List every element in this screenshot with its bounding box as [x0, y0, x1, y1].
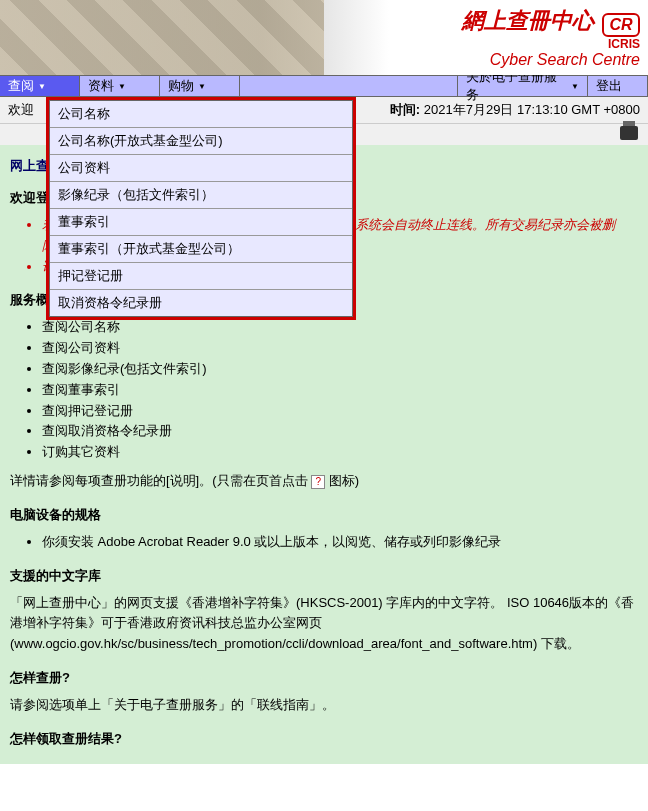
banner-image [0, 0, 324, 75]
menu-logout[interactable]: 登出 [588, 76, 648, 96]
dropdown-item-company-info[interactable]: 公司资料 [50, 155, 352, 182]
last-heading: 怎样领取查册结果? [10, 730, 638, 748]
help-icon: ? [311, 475, 325, 489]
service-item: 查阅董事索引 [42, 380, 638, 401]
header-banner: 網上查冊中心 CR ICRIS Cyber Search Centre [0, 0, 648, 75]
time-value: 2021年7月29日 17:13:10 GMT +0800 [424, 102, 640, 117]
note-post: 图标) [329, 473, 359, 488]
how-heading: 怎样查册? [10, 669, 638, 687]
dropdown-item-charges-register[interactable]: 押记登记册 [50, 263, 352, 290]
service-item: 查阅取消资格令纪录册 [42, 421, 638, 442]
menu-shopping[interactable]: 购物 ▼ [160, 76, 240, 96]
dropdown-item-disqualification[interactable]: 取消资格令纪录册 [50, 290, 352, 316]
service-item: 查阅影像纪录(包括文件索引) [42, 359, 638, 380]
font-text: 「网上查册中心」的网页支援《香港增补字符集》(HKSCS-2001) 字库内的中… [10, 593, 638, 655]
menu-search-label: 查阅 [8, 77, 34, 95]
menu-search[interactable]: 查阅 ▼ [0, 76, 80, 96]
spec-heading: 电脑设备的规格 [10, 506, 638, 524]
chevron-down-icon: ▼ [198, 82, 206, 91]
spec-item: 你须安装 Adobe Acrobat Reader 9.0 或以上版本，以阅览、… [42, 532, 638, 553]
menu-shopping-label: 购物 [168, 77, 194, 95]
time-display: 时间: 2021年7月29日 17:13:10 GMT +0800 [390, 101, 640, 119]
chevron-down-icon: ▼ [38, 82, 46, 91]
site-subtitle-1: ICRIS [462, 37, 640, 51]
menu-data[interactable]: 资料 ▼ [80, 76, 160, 96]
print-icon[interactable] [620, 126, 638, 140]
dropdown-item-company-name[interactable]: 公司名称 [50, 101, 352, 128]
site-subtitle-2: Cyber Search Centre [462, 51, 640, 69]
site-title: 網上查冊中心 [462, 8, 594, 33]
dropdown-item-company-name-ofc[interactable]: 公司名称(开放式基金型公司) [50, 128, 352, 155]
menu-data-label: 资料 [88, 77, 114, 95]
dropdown-item-director-index-ofc[interactable]: 董事索引（开放式基金型公司） [50, 236, 352, 263]
menu-logout-label: 登出 [596, 77, 622, 95]
time-label: 时间: [390, 102, 420, 117]
banner-titles: 網上查冊中心 CR ICRIS Cyber Search Centre [462, 6, 640, 69]
dropdown-item-image-record[interactable]: 影像纪录（包括文件索引） [50, 182, 352, 209]
font-heading: 支援的中文字库 [10, 567, 638, 585]
spec-list: 你须安装 Adobe Acrobat Reader 9.0 或以上版本，以阅览、… [42, 532, 638, 553]
services-note: 详情请参阅每项查册功能的[说明]。(只需在页首点击 ? 图标) [10, 471, 638, 492]
menu-spacer [240, 76, 458, 96]
note-pre: 详情请参阅每项查册功能的[说明]。(只需在页首点击 [10, 473, 308, 488]
chevron-down-icon: ▼ [571, 82, 579, 91]
cr-logo: CR [602, 13, 640, 37]
service-item: 查阅公司资料 [42, 338, 638, 359]
main-menu: 查阅 ▼ 资料 ▼ 购物 ▼ 关於电子查册服务 ▼ 登出 [0, 75, 648, 97]
search-dropdown: 公司名称 公司名称(开放式基金型公司) 公司资料 影像纪录（包括文件索引） 董事… [46, 97, 356, 320]
service-item: 订购其它资料 [42, 442, 638, 463]
menu-about[interactable]: 关於电子查册服务 ▼ [458, 76, 588, 96]
services-list: 查阅公司名称 查阅公司资料 查阅影像纪录(包括文件索引) 查阅董事索引 查阅押记… [42, 317, 638, 463]
welcome-text: 欢迎 [8, 101, 34, 119]
dropdown-item-director-index[interactable]: 董事索引 [50, 209, 352, 236]
chevron-down-icon: ▼ [118, 82, 126, 91]
service-item: 查阅押记登记册 [42, 401, 638, 422]
how-text: 请参阅选项单上「关于电子查册服务」的「联线指南」。 [10, 695, 638, 716]
service-item: 查阅公司名称 [42, 317, 638, 338]
